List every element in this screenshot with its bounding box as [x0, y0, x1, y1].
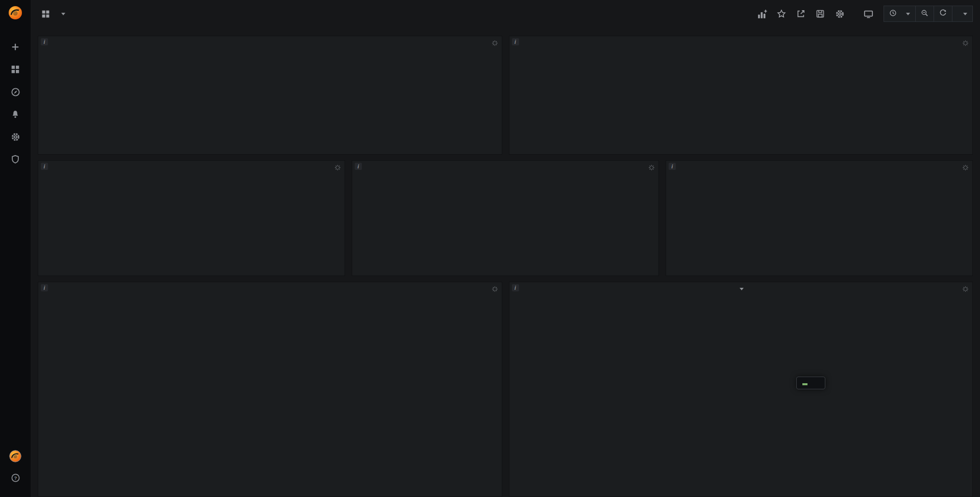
- clock-icon: [889, 9, 897, 18]
- gauge-chart: [135, 177, 248, 274]
- panel-req-select: i: [38, 36, 502, 155]
- chart-legend: [513, 493, 523, 495]
- add-panel-button[interactable]: [753, 6, 771, 22]
- legend-swatch: [513, 493, 521, 495]
- refresh-button[interactable]: [934, 6, 952, 22]
- shield-icon: [11, 155, 20, 166]
- panel-loading-spinner-icon: [492, 285, 498, 294]
- sparkline-chart: [41, 87, 499, 152]
- panel-header[interactable]: [666, 161, 972, 175]
- chevron-down-icon: [906, 13, 910, 15]
- panel-cpu-system: i: [38, 282, 502, 497]
- panel-loading-spinner-icon: [648, 164, 655, 173]
- panel-loading-spinner-icon: [334, 164, 341, 173]
- grafana-logo[interactable]: [8, 5, 23, 22]
- compass-icon: [11, 87, 20, 99]
- legend-item[interactable]: [513, 493, 523, 495]
- plus-icon: [11, 42, 20, 54]
- refresh-icon: [939, 9, 947, 18]
- gear-icon: [11, 132, 20, 144]
- legend-swatch: [42, 493, 50, 495]
- panel-header[interactable]: [352, 161, 658, 175]
- dashboards-grid-icon: [11, 65, 20, 76]
- panel-header[interactable]: [509, 36, 973, 50]
- share-dashboard-button[interactable]: [792, 6, 810, 22]
- panel-loading-spinner-icon: [962, 39, 969, 48]
- tooltip-series-swatch: [802, 383, 807, 385]
- sidebar-item-configuration[interactable]: [0, 127, 31, 149]
- panel-req-insert: i: [509, 36, 973, 155]
- panel-info-icon[interactable]: i: [41, 38, 48, 45]
- gauge-chart: [449, 177, 561, 274]
- panel-system-memory: i: [352, 160, 659, 276]
- panel-loading-spinner-icon: [962, 164, 969, 173]
- panel-info-icon[interactable]: i: [669, 163, 676, 170]
- panel-header[interactable]: [38, 282, 502, 296]
- chevron-down-icon: [740, 288, 744, 290]
- sidebar-item-server-admin[interactable]: [0, 149, 31, 171]
- cycle-view-mode-button[interactable]: [860, 6, 877, 22]
- user-avatar[interactable]: [0, 445, 31, 467]
- top-navbar: [31, 0, 980, 28]
- legend-swatch: [60, 493, 67, 495]
- time-range-picker[interactable]: [884, 6, 916, 22]
- dashboard-settings-button[interactable]: [831, 6, 848, 22]
- save-dashboard-button[interactable]: [812, 6, 829, 22]
- zoom-out-time-button[interactable]: [915, 6, 934, 22]
- dashboard-grid: i i: [31, 28, 980, 497]
- sidebar: ?: [0, 0, 31, 497]
- sidebar-item-dashboards[interactable]: [0, 59, 31, 82]
- time-series-chart[interactable]: [39, 297, 499, 485]
- sidebar-item-help[interactable]: ?: [0, 467, 31, 490]
- panel-band-speed: i: [666, 160, 973, 276]
- grafana-app: ?: [0, 0, 980, 497]
- time-series-chart[interactable]: [510, 297, 970, 485]
- panel-info-icon[interactable]: i: [512, 284, 519, 291]
- panel-info-icon[interactable]: i: [512, 38, 519, 45]
- svg-text:?: ?: [14, 475, 17, 481]
- sidebar-item-create[interactable]: [0, 37, 31, 59]
- panel-taosd-memory: i: [38, 160, 345, 276]
- star-dashboard-button[interactable]: [773, 6, 790, 22]
- panel-header[interactable]: [38, 36, 502, 50]
- panel-info-icon[interactable]: i: [355, 163, 362, 170]
- sparkline-chart: [512, 87, 970, 152]
- chevron-down-icon: [963, 13, 967, 15]
- panel-header[interactable]: [509, 282, 973, 296]
- sidebar-item-explore[interactable]: [0, 82, 31, 104]
- chart-legend: [42, 493, 70, 495]
- sidebar-item-alerting[interactable]: [0, 104, 31, 127]
- magnifier-zoom-out-icon: [921, 9, 928, 18]
- panel-loading-spinner-icon: [962, 285, 969, 294]
- chevron-down-icon: [61, 13, 65, 15]
- panel-info-icon[interactable]: i: [41, 284, 48, 291]
- question-circle-icon: ?: [11, 473, 20, 485]
- dashboard-grid-icon: [37, 6, 54, 22]
- panel-loading-spinner-icon: [492, 39, 498, 48]
- legend-item[interactable]: [42, 493, 52, 495]
- legend-item[interactable]: [60, 493, 70, 495]
- dashboard-title-dropdown[interactable]: [59, 9, 65, 19]
- panel-header[interactable]: [38, 161, 345, 175]
- gauge-chart: [763, 177, 875, 274]
- panel-info-icon[interactable]: i: [41, 163, 48, 170]
- bell-icon: [11, 110, 20, 121]
- graph-tooltip: [796, 377, 825, 389]
- time-controls: [884, 6, 973, 22]
- refresh-interval-dropdown[interactable]: [952, 6, 973, 22]
- panel-avg-disk-used: i: [509, 282, 973, 497]
